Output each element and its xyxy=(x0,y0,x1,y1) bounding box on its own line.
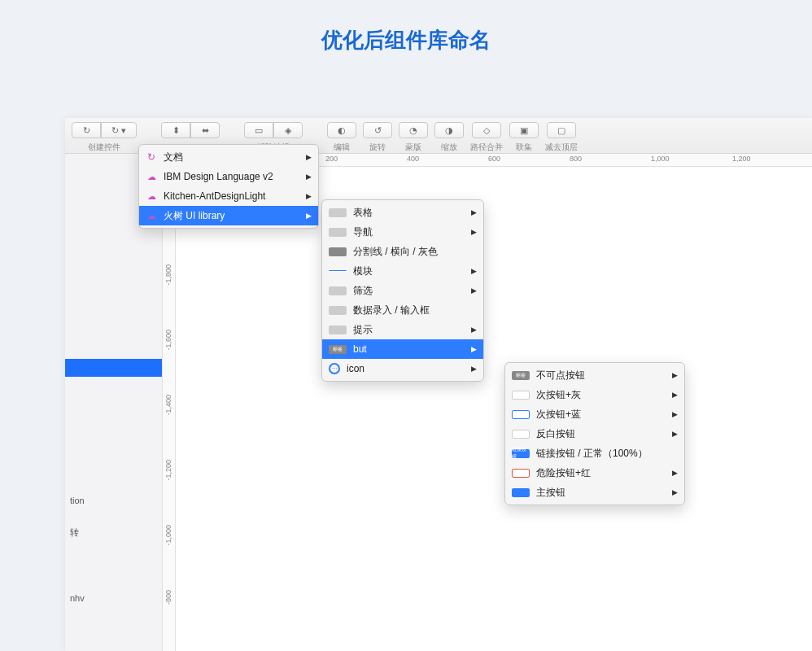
menu-item-label: icon xyxy=(347,363,365,374)
chevron-right-icon: ▶ xyxy=(471,345,477,353)
menu-item[interactable]: 数据录入 / 输入框 xyxy=(322,300,483,320)
component-variant-menu: 标签不可点按钮▶次按钮+灰▶次按钮+蓝▶反白按钮▶链接按钮链接按钮 / 正常（1… xyxy=(504,362,685,505)
ruler-tick: -1,600 xyxy=(164,330,172,351)
toolbar-button[interactable]: ▣ xyxy=(509,122,539,138)
menu-item[interactable]: ↻文档▶ xyxy=(139,147,318,167)
layer-item[interactable]: 转 xyxy=(70,526,79,539)
toolbar-label: 缩放 xyxy=(441,142,457,153)
menu-item-label: 次按钮+蓝 xyxy=(536,408,581,422)
toolbar-label: 联集 xyxy=(516,142,532,153)
component-thumbnail: 标签 xyxy=(512,371,530,380)
component-thumbnail xyxy=(512,430,530,439)
chevron-right-icon: ▶ xyxy=(672,391,678,399)
menu-item[interactable]: ☁IBM Design Language v2▶ xyxy=(139,167,318,186)
layer-item[interactable]: tion xyxy=(70,496,85,505)
toolbar-button[interactable]: ◐ xyxy=(327,122,356,138)
component-category-menu: 表格▶导航▶分割线 / 横向 / 灰色模块▶筛选▶数据录入 / 输入框提示▶标签… xyxy=(321,199,484,382)
toolbar-button[interactable]: ↻ ▾ xyxy=(101,122,137,138)
menu-item[interactable]: 次按钮+蓝▶ xyxy=(505,404,684,424)
toolbar-label: 减去顶层 xyxy=(545,142,578,153)
ruler-tick: 600 xyxy=(488,155,500,163)
chevron-right-icon: ▶ xyxy=(672,488,678,496)
component-thumbnail xyxy=(512,469,530,478)
library-menu: ↻文档▶☁IBM Design Language v2▶☁Kitchen-Ant… xyxy=(138,144,319,229)
menu-item[interactable]: 导航▶ xyxy=(322,222,483,242)
toolbar-button[interactable]: ↺ xyxy=(363,122,392,138)
menu-item[interactable]: 模块▶ xyxy=(322,261,483,281)
cloud-icon: ☁ xyxy=(146,171,157,182)
component-thumbnail xyxy=(329,270,347,272)
chevron-right-icon: ▶ xyxy=(306,153,312,161)
menu-item-label: 不可点按钮 xyxy=(536,369,585,382)
ruler-tick: 200 xyxy=(325,155,338,163)
toolbar-group: ▢减去顶层 xyxy=(545,122,578,153)
component-thumbnail xyxy=(512,391,530,400)
menu-item-label: 火树 UI library xyxy=(164,209,225,223)
toolbar-group: ◔蒙版 xyxy=(399,122,428,153)
menu-item[interactable]: ☁火树 UI library▶ xyxy=(139,206,318,225)
menu-item-label: 数据录入 / 输入框 xyxy=(353,304,430,317)
menu-item[interactable]: 标签but▶ xyxy=(322,339,483,359)
ruler-vertical: -2,00-1,800-1,600-1,400-1,200-1,000-800 xyxy=(163,167,176,651)
ruler-tick: -1,000 xyxy=(164,525,172,546)
chevron-right-icon: ▶ xyxy=(306,192,312,200)
component-thumbnail xyxy=(329,326,347,334)
menu-item[interactable]: 提示▶ xyxy=(322,320,483,339)
cloud-icon: ☁ xyxy=(146,210,157,221)
component-thumbnail xyxy=(329,228,347,237)
toolbar-group: ⬍⬌ xyxy=(161,122,220,142)
toolbar-group: ◐编辑 xyxy=(327,122,356,153)
toolbar-button[interactable]: ◇ xyxy=(472,122,501,138)
toolbar-button[interactable]: ↻ xyxy=(72,122,101,138)
chevron-right-icon: ▶ xyxy=(471,286,477,295)
menu-item[interactable]: 筛选▶ xyxy=(322,281,483,300)
menu-item-label: 主按钮 xyxy=(536,486,565,500)
menu-item[interactable]: ☁Kitchen-AntDesignLight▶ xyxy=(139,186,318,206)
menu-item-label: IBM Design Language v2 xyxy=(164,171,273,182)
menu-item[interactable]: 标签不可点按钮▶ xyxy=(505,365,684,385)
page-title: 优化后组件库命名 xyxy=(0,0,812,74)
menu-item[interactable]: 主按钮▶ xyxy=(505,483,684,502)
dots-icon: ⋯ xyxy=(329,363,340,374)
menu-item[interactable]: 反白按钮▶ xyxy=(505,424,684,443)
menu-item[interactable]: 链接按钮链接按钮 / 正常（100%） xyxy=(505,443,684,463)
layer-item[interactable]: nhv xyxy=(70,593,85,603)
toolbar-group: ◇路径合并 xyxy=(470,122,503,153)
toolbar-button[interactable]: ▢ xyxy=(547,122,576,138)
component-thumbnail xyxy=(512,488,530,497)
ruler-tick: -1,400 xyxy=(164,395,172,416)
menu-item-label: 危险按钮+红 xyxy=(536,466,591,480)
menu-item-label: 导航 xyxy=(353,225,373,239)
cloud-icon: ☁ xyxy=(146,190,157,202)
toolbar-button[interactable]: ◔ xyxy=(399,122,428,138)
menu-item[interactable]: 次按钮+灰▶ xyxy=(505,385,684,404)
chevron-right-icon: ▶ xyxy=(471,365,477,373)
menu-item[interactable]: 危险按钮+红▶ xyxy=(505,463,684,483)
menu-item[interactable]: 分割线 / 横向 / 灰色 xyxy=(322,242,483,261)
chevron-right-icon: ▶ xyxy=(471,228,477,236)
menu-item-label: 筛选 xyxy=(353,284,373,298)
selected-layer-row[interactable] xyxy=(65,359,162,377)
toolbar-label: 创建控件 xyxy=(88,142,120,153)
sync-icon: ↻ xyxy=(146,151,157,163)
menu-item[interactable]: 表格▶ xyxy=(322,203,483,222)
ruler-tick: 800 xyxy=(570,155,582,163)
component-thumbnail xyxy=(329,247,347,256)
menu-item-label: Kitchen-AntDesignLight xyxy=(164,190,265,202)
toolbar-button[interactable]: ⬍ xyxy=(161,122,190,138)
menu-item-label: 表格 xyxy=(353,206,373,220)
component-thumbnail xyxy=(329,286,347,295)
menu-item-label: 提示 xyxy=(353,323,373,337)
menu-item[interactable]: ⋯icon▶ xyxy=(322,359,483,378)
menu-item-label: 分割线 / 横向 / 灰色 xyxy=(353,245,438,259)
ruler-tick: -1,200 xyxy=(164,460,172,481)
component-thumbnail: 标签 xyxy=(329,345,347,354)
toolbar-button[interactable]: ▭ xyxy=(244,122,273,138)
toolbar-button[interactable]: ◈ xyxy=(273,122,303,138)
toolbar-button[interactable]: ◑ xyxy=(434,122,464,138)
menu-item-label: 反白按钮 xyxy=(536,427,575,441)
toolbar-label: 旋转 xyxy=(369,142,386,153)
toolbar-group: ◑缩放 xyxy=(434,122,464,153)
toolbar-button[interactable]: ⬌ xyxy=(190,122,220,138)
chevron-right-icon: ▶ xyxy=(471,326,477,334)
